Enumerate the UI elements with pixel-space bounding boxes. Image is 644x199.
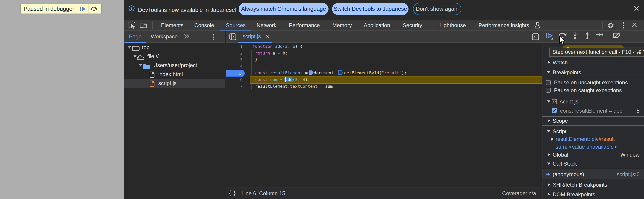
tab-performance-insights[interactable]: Performance insights (473, 20, 546, 30)
twisty-icon[interactable] (547, 100, 551, 103)
section-xhr-breakpoints-label: XHR/fetch Breakpoints (552, 182, 607, 188)
section-dom-breakpoints[interactable]: DOM Breakpoints (542, 190, 644, 199)
inspect-element-icon[interactable] (128, 21, 136, 29)
scope-global[interactable]: GlobalWindow (542, 151, 644, 159)
inline-breakpoint-badge-inactive[interactable] (338, 70, 343, 75)
tab-label: Console (194, 22, 214, 28)
tree-twisty-icon[interactable] (139, 64, 142, 67)
tree-item-script.js[interactable]: script.js (124, 79, 225, 88)
pause-on-caught-exceptions-checkbox[interactable] (546, 88, 551, 93)
twisty-icon[interactable] (547, 193, 551, 196)
more-options-icon[interactable] (622, 22, 628, 29)
scope-var-resultelement[interactable]: resultElement: div#result (542, 135, 644, 143)
section-breakpoints[interactable]: Breakpoints (542, 67, 644, 77)
section-call-stack[interactable]: Call Stack (542, 159, 644, 169)
step-out-button[interactable] (584, 32, 594, 41)
twisty-icon[interactable] (547, 183, 551, 187)
scope-global-value: Window (620, 152, 640, 158)
section-xhr-breakpoints[interactable]: XHR/fetch Breakpoints (542, 180, 644, 190)
device-toolbar-icon[interactable] (140, 21, 148, 29)
pause-on-uncaught-exceptions-checkbox[interactable] (546, 80, 551, 85)
twisty-icon[interactable] (547, 153, 551, 157)
tree-item-file-[interactable]: file:// (124, 52, 225, 61)
tree-item-top[interactable]: top (124, 43, 225, 52)
tab-lighthouse[interactable]: Lighthouse (434, 20, 472, 30)
breakpoint-entry-checkbox[interactable] (552, 108, 557, 113)
navigator-tab-page[interactable]: Page (124, 30, 146, 43)
tree-item-Users-user-project[interactable]: Users/user/project (124, 61, 225, 70)
editor-tab-close-icon[interactable] (266, 35, 270, 38)
settings-gear-icon[interactable] (607, 22, 614, 29)
line-number[interactable]: 4 (226, 63, 243, 70)
call-stack-frame-label: (anonymous) (552, 171, 584, 178)
step-over-button-banner[interactable] (88, 4, 99, 13)
infobar-button-2[interactable]: Don't show again (413, 3, 461, 15)
step-button[interactable] (596, 32, 605, 41)
infobar-button-1[interactable]: Switch DevTools to Japanese (332, 3, 408, 15)
line-number[interactable]: 2 (226, 50, 243, 56)
section-watch[interactable]: Watch (542, 58, 644, 67)
infobar-close-icon[interactable] (634, 5, 640, 11)
resume-button[interactable] (545, 32, 554, 41)
pretty-print-icon[interactable] (229, 191, 236, 196)
tab-memory[interactable]: Memory (327, 20, 358, 30)
tab-application[interactable]: Application (358, 20, 396, 30)
twisty-icon[interactable] (551, 138, 554, 141)
twisty-icon[interactable] (547, 162, 551, 166)
file-icon (150, 71, 157, 78)
breakpoint-group-scriptjs[interactable]: script.js (542, 97, 644, 106)
line-number[interactable]: 6 (226, 76, 243, 83)
code-line-text: function add(a, b) { (252, 43, 303, 50)
line-number[interactable]: 3 (226, 56, 243, 63)
code-line-6[interactable]: 6 const sum = add(3, 4); (226, 76, 542, 83)
pause-on-caught-exceptions[interactable]: Pause on caught exceptions (542, 86, 644, 94)
more-tabs-chevron-icon[interactable] (184, 34, 190, 39)
tree-item-index.html[interactable]: index.html (124, 70, 225, 79)
tree-item-label: file:// (147, 53, 159, 59)
inline-breakpoint-badge-active[interactable] (309, 70, 314, 75)
line-number[interactable]: 1 (226, 43, 243, 50)
navigator-menu-icon[interactable] (212, 34, 217, 39)
tab-network[interactable]: Network (251, 20, 282, 30)
twisty-icon[interactable] (547, 119, 551, 123)
tree-twisty-icon[interactable] (128, 46, 131, 49)
code-line-7[interactable]: 7 resultElement.textContent = sum; (226, 83, 542, 90)
section-scope[interactable]: Scope (542, 117, 644, 125)
code-editor[interactable]: 1function add(a, b) {2 return a + b;3 }4… (226, 43, 542, 188)
scope-script[interactable]: Script (542, 128, 644, 136)
devtools-close-icon[interactable] (632, 22, 638, 29)
scope-var-sum[interactable]: sum: <value unavailable> (542, 143, 644, 151)
call-stack-frame[interactable]: (anonymous)script.js:6 (542, 169, 644, 180)
tab-console[interactable]: Console (189, 20, 220, 30)
breakpoint-entry[interactable]: const resultElement = doc⋯5 (542, 107, 644, 115)
code-line-5[interactable]: const resultElement =document.getElement… (226, 70, 542, 76)
tab-security[interactable]: Security (397, 20, 428, 30)
paused-line-marker: 5 (226, 70, 246, 77)
tree-twisty-icon[interactable] (134, 55, 136, 58)
twisty-icon[interactable] (547, 71, 551, 74)
tab-sources[interactable]: Sources (220, 20, 251, 30)
current-line-number[interactable]: 5 (228, 70, 242, 77)
resume-script-button[interactable] (77, 4, 88, 13)
twisty-icon[interactable] (547, 130, 551, 133)
step-into-icon (572, 32, 578, 39)
devtools-screenshot: Paused in debugger DevTools is now avail… (0, 0, 644, 199)
step-into-button[interactable] (572, 32, 581, 41)
tab-elements[interactable]: Elements (155, 20, 189, 30)
line-number[interactable]: 7 (226, 83, 243, 90)
navigator-tab-workspace[interactable]: Workspace (146, 30, 182, 43)
infobar-button-0[interactable]: Always match Chrome's language (239, 3, 328, 15)
code-line-3[interactable]: 3 } (226, 56, 542, 63)
pause-on-uncaught-exceptions[interactable]: Pause on uncaught exceptions (542, 79, 644, 87)
code-line-2[interactable]: 2 return a + b; (226, 50, 542, 56)
deactivate-breakpoints-button[interactable] (612, 32, 621, 41)
tree-item-label: Users/user/project (153, 62, 197, 68)
code-line-4[interactable]: 4 (226, 63, 542, 70)
code-line-1[interactable]: 1function add(a, b) { (226, 43, 542, 50)
tab-label: Performance (289, 22, 320, 28)
editor-tab-scriptjs[interactable]: script.js (238, 30, 272, 43)
twisty-icon[interactable] (547, 61, 551, 64)
tab-performance[interactable]: Performance (283, 20, 325, 30)
hide-debugger-sidebar-icon[interactable] (532, 33, 539, 40)
hide-navigator-icon[interactable] (230, 33, 236, 40)
